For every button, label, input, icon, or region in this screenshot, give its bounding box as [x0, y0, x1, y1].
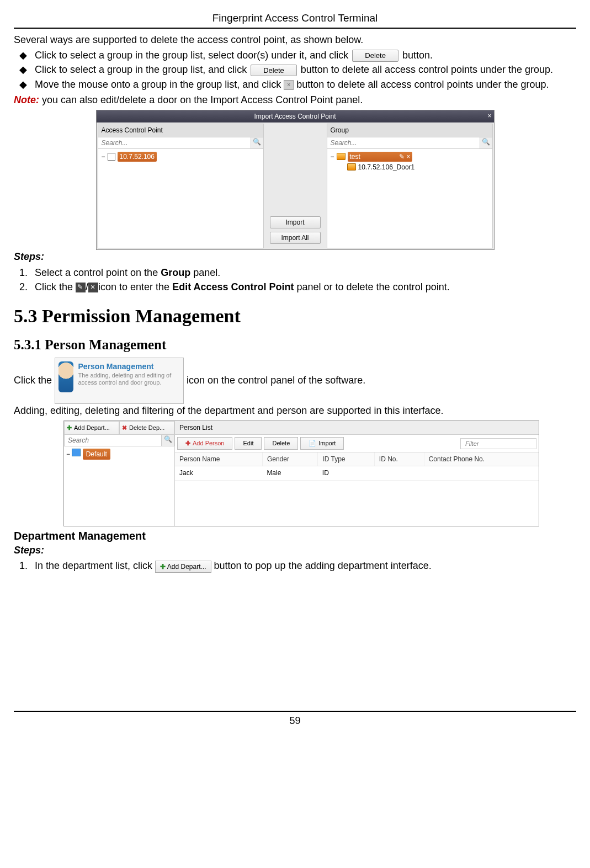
plus-icon: ✚: [67, 424, 72, 432]
person-table: Person Name Gender ID Type ID No. Contac…: [175, 452, 539, 480]
access-point-tree[interactable]: − 10.7.52.106: [98, 149, 263, 248]
x-icon: ✖: [122, 424, 127, 432]
tree-expander[interactable]: −: [331, 152, 334, 161]
search-input[interactable]: [327, 137, 480, 148]
page-header: Fingerprint Access Control Terminal: [14, 11, 576, 29]
add-person-button[interactable]: ✚Add Person: [177, 437, 232, 450]
edit-button[interactable]: Edit: [235, 437, 262, 450]
cell-idtype: ID: [318, 466, 374, 480]
device-icon: [108, 153, 115, 161]
step-text: button to pop up the adding department i…: [214, 560, 432, 571]
intro-text: Several ways are supported to delete the…: [14, 33, 576, 46]
col-person-name[interactable]: Person Name: [175, 452, 262, 466]
tree-node-group[interactable]: test ✎ ×: [348, 152, 413, 162]
dialog-title: Import Access Control Point: [254, 113, 336, 120]
door-icon: [347, 163, 356, 171]
tree-expander[interactable]: −: [102, 152, 105, 161]
subsection-heading: 5.3.1 Person Management: [14, 336, 576, 354]
col-phone[interactable]: Contact Phone No.: [424, 452, 539, 466]
steps-list-2: In the department list, click ✚ Add Depa…: [30, 559, 576, 572]
btn-label: Add Person: [193, 439, 224, 448]
delete-button[interactable]: Delete: [251, 65, 297, 77]
plus-icon: ✚: [185, 439, 190, 448]
tree-node-default[interactable]: Default: [83, 449, 110, 460]
diamond-icon: ◆: [19, 78, 27, 91]
person-icon: [59, 361, 73, 392]
col-id-type[interactable]: ID Type: [318, 452, 374, 466]
cell-idno: [374, 466, 424, 480]
filter-input[interactable]: [460, 438, 536, 449]
note-label: Note:: [14, 94, 39, 105]
pencil-icon[interactable]: [76, 283, 86, 292]
close-icon[interactable]: ×: [406, 153, 410, 161]
tile-title: Person Management: [78, 361, 180, 372]
folder-icon: [337, 153, 346, 160]
dept-mgmt-heading: Department Management: [14, 529, 576, 544]
note-text: you can also edit/delete a door on the I…: [39, 94, 363, 105]
import-icon: 📄: [309, 439, 316, 448]
cell-gender: Male: [262, 466, 317, 480]
dept-icon: [72, 449, 81, 456]
tree-node-device[interactable]: 10.7.52.106: [118, 152, 157, 162]
step-bold: Group: [161, 267, 190, 278]
group-tree[interactable]: − test ✎ × 10.7.52.106_Door1: [327, 149, 492, 248]
col-id-no[interactable]: ID No.: [374, 452, 424, 466]
close-icon[interactable]: ×: [284, 80, 294, 90]
page-number: 59: [14, 711, 576, 727]
search-input[interactable]: [65, 435, 161, 446]
btn-label: Import: [318, 439, 336, 448]
delete-department-button[interactable]: ✖Delete Dep...: [119, 421, 174, 435]
step-text: Select a control point on the: [35, 267, 161, 278]
btn-label: Add Depart...: [167, 563, 206, 571]
tree-expander[interactable]: −: [66, 450, 70, 458]
bullet-list: ◆ Click to select a group in the group l…: [14, 49, 576, 91]
step-text: In the department list, click: [35, 560, 152, 571]
step-text: panel or to delete the control point.: [294, 281, 450, 292]
pencil-icon[interactable]: ✎: [399, 153, 405, 161]
step-item: Select a control point on the Group pane…: [30, 266, 576, 279]
add-department-button[interactable]: ✚Add Depart...: [64, 421, 119, 435]
steps-label: Steps:: [14, 250, 576, 263]
btn-label: Delete Dep...: [129, 424, 164, 432]
step-text: icon to enter the: [98, 281, 172, 292]
group-label: test: [350, 153, 360, 161]
search-input[interactable]: [98, 137, 251, 148]
col-gender[interactable]: Gender: [262, 452, 317, 466]
right-pane-header: Group: [327, 124, 492, 137]
pm-line2: Adding, editing, deleting and filtering …: [14, 404, 576, 417]
step-text: panel.: [190, 267, 220, 278]
bullet3-text-b: button to delete all access control poin…: [296, 79, 549, 90]
steps-list: Select a control point on the Group pane…: [30, 266, 576, 294]
pm-line1a: Click the: [14, 375, 55, 386]
bullet2-text-b: button to delete all access control poin…: [301, 64, 553, 75]
import-button[interactable]: 📄Import: [300, 437, 344, 450]
tile-desc: The adding, deleting and editing of acce…: [78, 372, 180, 386]
bullet3-text-a: Move the mouse onto a group in the group…: [35, 79, 281, 90]
search-icon[interactable]: 🔍: [161, 435, 174, 446]
section-heading: 5.3 Permission Management: [14, 303, 576, 329]
close-icon[interactable]: ×: [487, 111, 491, 120]
import-all-button[interactable]: Import All: [270, 232, 321, 244]
delete-button[interactable]: Delete: [264, 437, 298, 450]
department-tree[interactable]: − Default: [64, 446, 174, 526]
add-department-button[interactable]: ✚ Add Depart...: [155, 561, 211, 573]
step-item: Click the /icon to enter the Edit Access…: [30, 280, 576, 294]
import-button[interactable]: Import: [270, 216, 321, 228]
diamond-icon: ◆: [19, 63, 27, 76]
bullet2-text-a: Click to select a group in the group lis…: [35, 64, 247, 75]
bullet1-text-a: Click to select a group in the group lis…: [35, 50, 348, 61]
delete-button[interactable]: Delete: [352, 50, 398, 62]
tree-node-door[interactable]: 10.7.52.106_Door1: [358, 163, 415, 172]
search-icon[interactable]: 🔍: [251, 137, 263, 148]
step-text: Click the: [35, 281, 76, 292]
person-list-header: Person List: [175, 421, 539, 435]
dialog-titlebar: Import Access Control Point ×: [97, 110, 494, 123]
search-icon[interactable]: 🔍: [480, 137, 492, 148]
bullet1-text-b: button.: [402, 50, 433, 61]
close-icon[interactable]: [88, 283, 98, 292]
left-pane-header: Access Control Point: [98, 124, 263, 137]
person-management-tile[interactable]: Person Management The adding, deleting a…: [55, 358, 184, 404]
diamond-icon: ◆: [19, 49, 27, 62]
cell-phone: [424, 466, 539, 480]
table-row[interactable]: Jack Male ID: [175, 466, 539, 480]
